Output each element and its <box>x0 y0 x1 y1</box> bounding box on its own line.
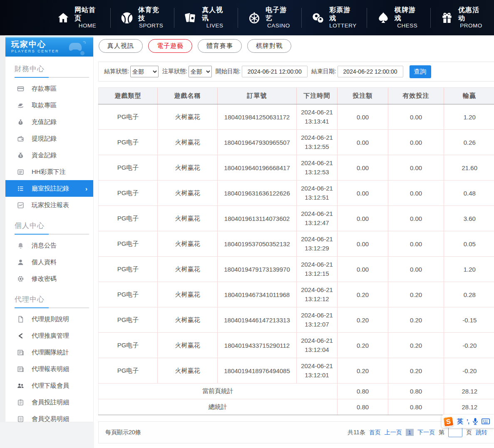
col-game-type: 遊戲類型 <box>99 88 158 104</box>
table-row: PG电子 火树赢花 1804019613114073602 2024-06-21… <box>99 206 494 231</box>
table-header-row: 遊戲類型 遊戲名稱 訂單號 下注時間 投注額 有效投注 輸贏 <box>99 88 494 104</box>
bet-records-table: 遊戲類型 遊戲名稱 訂單號 下注時間 投注額 有效投注 輸贏 PG电子 火树赢花… <box>98 87 494 415</box>
nav-item-casino[interactable]: 电子游艺CASINO <box>238 5 301 30</box>
sidebar-item-agent-team-stats[interactable]: 代理團隊統計 <box>5 344 93 361</box>
cell-win-loss: -0.20 <box>444 333 494 358</box>
cell-game-type: PG电子 <box>99 206 158 231</box>
cell-order-number: 1804019467341011968 <box>218 282 297 307</box>
table-row: PG电子 火树赢花 1804019433715290112 2024-06-21… <box>99 333 494 358</box>
ime-language-toggle[interactable]: 英 <box>457 418 463 426</box>
cell-valid-bet: 0.00 <box>388 155 444 181</box>
ime-punctuation-toggle[interactable]: ’, <box>467 418 469 425</box>
cell-valid-bet: 0.00 <box>388 206 444 231</box>
sidebar-item-member-transaction-detail[interactable]: 會員交易明細 <box>5 411 93 427</box>
sidebar-item-hh-lottery-bets[interactable]: HH彩票下注 <box>5 163 93 180</box>
lottery-balls-icon <box>311 11 325 25</box>
sidebar-item-funds-records[interactable]: 資金記錄 <box>5 147 93 163</box>
total-count-text: 共11条 <box>348 429 365 436</box>
filter-bar: 結算狀態: 全部 注單狀態: 全部 開始日期: 結束日期: 查詢 <box>98 62 494 82</box>
prev-page-link[interactable]: 上一页 <box>385 429 402 436</box>
end-date-input[interactable] <box>338 66 403 77</box>
nav-item-lottery[interactable]: 彩票游戏LOTTERY <box>301 5 367 30</box>
first-page-link[interactable]: 首页 <box>369 429 381 436</box>
nav-item-lives[interactable]: 真人视讯LIVES <box>174 5 238 30</box>
cell-game-name: 火树赢花 <box>158 358 218 384</box>
cell-win-loss: 0.05 <box>444 231 494 257</box>
sidebar-item-withdrawal-records[interactable]: 提現記錄 <box>5 130 93 147</box>
sidebar-item-profile[interactable]: 個人資料 <box>5 254 93 270</box>
table-row: PG电子 火树赢花 1804019479173139970 2024-06-21… <box>99 257 494 282</box>
tab-live-video[interactable]: 真人視訊 <box>99 39 143 53</box>
top-navigation: 网站首页HOME 体育竞技SPORTS 真人视讯LIVES 电子游艺CASINO… <box>0 0 494 35</box>
nav-item-chess[interactable]: 棋牌游戏CHESS <box>367 5 430 30</box>
cell-game-type: PG电子 <box>99 282 158 307</box>
cell-win-loss: 21.60 <box>444 155 494 181</box>
sidebar-item-agent-promotion[interactable]: 代理推廣管理 <box>5 327 93 344</box>
cell-bet-amount: 0.00 <box>338 181 388 206</box>
clipboard-icon <box>17 399 24 406</box>
nav-item-sports[interactable]: 体育竞技SPORTS <box>110 5 174 30</box>
jump-link[interactable]: 跳转 <box>476 429 487 436</box>
tab-sports-events[interactable]: 體育賽事 <box>198 39 242 53</box>
cell-valid-bet: 0.00 <box>388 130 444 155</box>
page-jump-input[interactable] <box>448 428 462 437</box>
list-card-icon <box>17 168 24 176</box>
cell-order-number: 1804019631636122626 <box>218 181 297 206</box>
microphone-icon[interactable] <box>472 418 478 425</box>
cell-bet-amount: 0.20 <box>338 333 388 358</box>
cell-valid-bet: 0.20 <box>388 307 444 333</box>
tab-board-games[interactable]: 棋牌對戰 <box>247 39 291 53</box>
nav-item-promo[interactable]: 优惠活动PROMO <box>430 5 494 30</box>
table-row: PG电子 火树赢花 1804019841250631172 2024-06-21… <box>99 104 494 130</box>
money-bag-dollar-icon <box>17 152 24 159</box>
sidebar-item-agent-sub-members[interactable]: 代理下級會員 <box>5 377 93 394</box>
tab-electronic-games[interactable]: 電子遊藝 <box>148 39 192 53</box>
sidebar-item-announcements[interactable]: 消息公告 <box>5 237 93 254</box>
table-row: PG电子 火树赢花 1804019537050352132 2024-06-21… <box>99 231 494 257</box>
cell-game-name: 火树赢花 <box>158 257 218 282</box>
sidebar-item-member-bet-detail[interactable]: 會員投註明細 <box>5 394 93 411</box>
page-size-text: 每頁顯示20條 <box>105 429 141 436</box>
sidebar-item-recharge-records[interactable]: 充值記錄 <box>5 114 93 130</box>
cell-valid-bet: 0.00 <box>388 104 444 130</box>
sidebar-item-deposit-zone[interactable]: 存款專區 <box>5 80 93 97</box>
cell-win-loss: 1.20 <box>444 104 494 130</box>
start-date-input[interactable] <box>242 66 308 77</box>
col-game-name: 遊戲名稱 <box>158 88 218 104</box>
sidebar-item-player-bet-report[interactable]: 玩家投注報表 <box>5 197 93 213</box>
cell-bet-amount: 0.00 <box>338 104 388 130</box>
section-divider <box>15 77 89 78</box>
money-bag-icon <box>17 119 24 126</box>
summary-valid-bet: 0.80 <box>388 384 444 399</box>
cell-game-name: 火树赢花 <box>158 181 218 206</box>
sidebar-item-hall-bet-records[interactable]: 廳室投註記錄 › <box>5 180 93 197</box>
newspaper-icon <box>17 349 24 356</box>
col-win-loss: 輸贏 <box>444 88 494 104</box>
settle-status-select[interactable]: 全部 <box>130 66 159 77</box>
cell-valid-bet: 0.00 <box>388 181 444 206</box>
cell-valid-bet: 0.20 <box>388 358 444 384</box>
summary-win-loss: 28.12 <box>444 384 494 399</box>
table-row: PG电子 火树赢花 1804019647930965507 2024-06-21… <box>99 130 494 155</box>
cell-order-number: 1804019647930965507 <box>218 130 297 155</box>
sidebar-item-withdraw-zone[interactable]: 取款專區 <box>5 97 93 114</box>
total-summary-row: 總統計 0.80 0.80 28.12 <box>99 399 494 415</box>
sidebar-item-change-password[interactable]: 修改密碼 <box>5 270 93 287</box>
home-icon <box>57 11 70 25</box>
sidebar-item-agent-report-detail[interactable]: 代理報表明細 <box>5 361 93 377</box>
order-status-select[interactable]: 全部 <box>189 66 212 77</box>
table-row: PG电子 火树赢花 1804019418976494085 2024-06-21… <box>99 358 494 384</box>
sogou-logo-icon[interactable]: S <box>442 416 454 427</box>
sidebar-item-agent-rules[interactable]: 代理規則說明 <box>5 311 93 327</box>
cell-game-name: 火树赢花 <box>158 282 218 307</box>
query-button[interactable]: 查詢 <box>410 65 431 78</box>
cell-game-type: PG电子 <box>99 257 158 282</box>
nav-item-home[interactable]: 网站首页HOME <box>47 5 110 30</box>
pager: 共11条 首页 上一页 1 下一页 第 页 跳转 <box>348 428 487 437</box>
gear-icon <box>17 275 24 282</box>
keyboard-icon[interactable] <box>482 418 490 424</box>
next-page-link[interactable]: 下一页 <box>417 429 435 436</box>
summary-win-loss: 28.12 <box>444 399 494 415</box>
cell-game-type: PG电子 <box>99 333 158 358</box>
section-title-personal: 個人中心 <box>5 213 93 234</box>
